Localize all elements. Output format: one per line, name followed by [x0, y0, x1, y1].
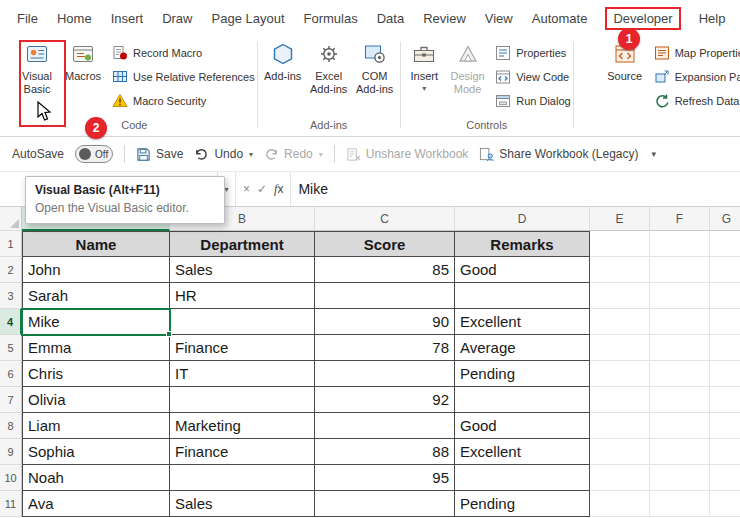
share-workbook-legacy-button[interactable]: Share Workbook (Legacy) — [479, 147, 638, 162]
cell-G8[interactable] — [710, 413, 740, 439]
excel-addins-button[interactable]: Excel Add-ins — [306, 36, 352, 117]
cell-B4[interactable] — [170, 309, 315, 335]
unshare-workbook-button[interactable]: Unshare Workbook — [346, 147, 469, 162]
cell-G7[interactable] — [710, 387, 740, 413]
tab-formulas[interactable]: Formulas — [303, 9, 359, 28]
cell-B8[interactable]: Marketing — [170, 413, 315, 439]
undo-button[interactable]: Undo ▾ — [194, 147, 253, 162]
cell-A1[interactable]: Name — [22, 231, 170, 257]
row-header-8[interactable]: 8 — [0, 413, 22, 439]
cell-G1[interactable] — [710, 231, 740, 257]
cell-F7[interactable] — [650, 387, 710, 413]
cell-C5[interactable]: 78 — [315, 335, 455, 361]
tab-data[interactable]: Data — [376, 9, 405, 28]
tab-view[interactable]: View — [484, 9, 514, 28]
cell-E6[interactable] — [590, 361, 650, 387]
cell-G2[interactable] — [710, 257, 740, 283]
cell-B11[interactable]: Sales — [170, 491, 315, 517]
insert-function-icon[interactable]: fx — [274, 182, 283, 197]
cell-D11[interactable]: Pending — [455, 491, 590, 517]
row-header-2[interactable]: 2 — [0, 257, 22, 283]
cell-C7[interactable]: 92 — [315, 387, 455, 413]
cell-C9[interactable]: 88 — [315, 439, 455, 465]
row-header-1[interactable]: 1 — [0, 231, 22, 257]
cell-D1[interactable]: Remarks — [455, 231, 590, 257]
cell-G9[interactable] — [710, 439, 740, 465]
redo-button[interactable]: Redo ▾ — [264, 147, 323, 162]
enter-icon[interactable]: ✓ — [257, 182, 267, 196]
cell-D3[interactable] — [455, 283, 590, 309]
cell-A9[interactable]: Sophia — [22, 439, 170, 465]
cell-E1[interactable] — [590, 231, 650, 257]
cell-C3[interactable] — [315, 283, 455, 309]
cell-D7[interactable] — [455, 387, 590, 413]
tab-insert[interactable]: Insert — [110, 9, 145, 28]
addins-button[interactable]: Add-ins — [260, 36, 306, 117]
cell-F2[interactable] — [650, 257, 710, 283]
cell-F5[interactable] — [650, 335, 710, 361]
cell-B6[interactable]: IT — [170, 361, 315, 387]
cell-B10[interactable] — [170, 465, 315, 491]
cell-C11[interactable] — [315, 491, 455, 517]
cell-A3[interactable]: Sarah — [22, 283, 170, 309]
cell-F8[interactable] — [650, 413, 710, 439]
fill-handle[interactable] — [166, 331, 172, 337]
row-header-10[interactable]: 10 — [0, 465, 22, 491]
tab-file[interactable]: File — [16, 9, 39, 28]
cell-F1[interactable] — [650, 231, 710, 257]
cell-F4[interactable] — [650, 309, 710, 335]
cell-E9[interactable] — [590, 439, 650, 465]
row-header-3[interactable]: 3 — [0, 283, 22, 309]
cell-A2[interactable]: John — [22, 257, 170, 283]
macro-security-button[interactable]: Macro Security — [112, 92, 255, 110]
insert-control-button[interactable]: Insert ▾ — [403, 36, 446, 117]
cell-F3[interactable] — [650, 283, 710, 309]
cell-F9[interactable] — [650, 439, 710, 465]
cell-G3[interactable] — [710, 283, 740, 309]
row-header-7[interactable]: 7 — [0, 387, 22, 413]
save-button[interactable]: Save — [136, 147, 183, 162]
cancel-icon[interactable]: × — [243, 182, 250, 196]
column-header-C[interactable]: C — [315, 207, 455, 231]
cell-E3[interactable] — [590, 283, 650, 309]
row-header-4[interactable]: 4 — [0, 309, 22, 335]
cell-D10[interactable] — [455, 465, 590, 491]
cell-G6[interactable] — [710, 361, 740, 387]
tab-help[interactable]: Help — [698, 9, 727, 28]
cell-D6[interactable]: Pending — [455, 361, 590, 387]
macros-button[interactable]: Macros — [60, 36, 106, 117]
column-header-E[interactable]: E — [590, 207, 650, 231]
cell-A10[interactable]: Noah — [22, 465, 170, 491]
cell-B5[interactable]: Finance — [170, 335, 315, 361]
cell-D4[interactable]: Excellent — [455, 309, 590, 335]
cell-A4[interactable]: Mike — [22, 309, 170, 335]
cell-A7[interactable]: Olivia — [22, 387, 170, 413]
undo-dropdown-icon[interactable]: ▾ — [249, 150, 253, 159]
cell-C2[interactable]: 85 — [315, 257, 455, 283]
cell-F10[interactable] — [650, 465, 710, 491]
cell-G10[interactable] — [710, 465, 740, 491]
cell-A6[interactable]: Chris — [22, 361, 170, 387]
column-header-F[interactable]: F — [650, 207, 710, 231]
tab-home[interactable]: Home — [56, 9, 93, 28]
record-macro-button[interactable]: Record Macro — [112, 44, 255, 62]
tab-review[interactable]: Review — [422, 9, 467, 28]
cell-C6[interactable] — [315, 361, 455, 387]
tab-automate[interactable]: Automate — [531, 9, 589, 28]
row-header-5[interactable]: 5 — [0, 335, 22, 361]
cell-E11[interactable] — [590, 491, 650, 517]
properties-button[interactable]: Properties — [495, 44, 570, 62]
cell-G11[interactable] — [710, 491, 740, 517]
cell-B2[interactable]: Sales — [170, 257, 315, 283]
view-code-button[interactable]: View Code — [495, 68, 570, 86]
cell-G4[interactable] — [710, 309, 740, 335]
cell-D9[interactable]: Excellent — [455, 439, 590, 465]
cell-D8[interactable]: Good — [455, 413, 590, 439]
cell-F11[interactable] — [650, 491, 710, 517]
row-header-11[interactable]: 11 — [0, 491, 22, 517]
column-header-G[interactable]: G — [710, 207, 740, 231]
row-header-6[interactable]: 6 — [0, 361, 22, 387]
cell-G5[interactable] — [710, 335, 740, 361]
use-relative-references-button[interactable]: Use Relative References — [112, 68, 255, 86]
cell-E10[interactable] — [590, 465, 650, 491]
